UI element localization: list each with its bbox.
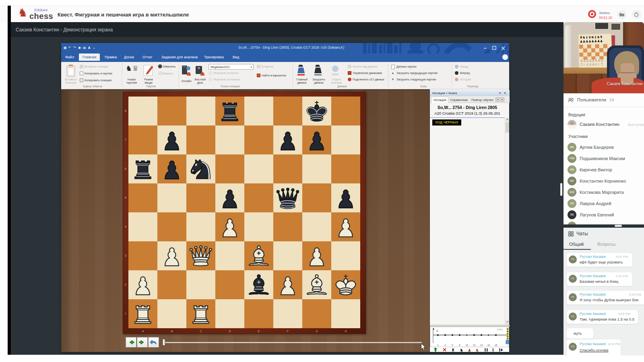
svg-text:18: 18 (495, 344, 497, 346)
svg-text:4: 4 (444, 344, 446, 346)
svg-text:↷: ↷ (73, 46, 76, 49)
svg-text:♟: ♟ (468, 348, 471, 352)
svg-text:♞: ♞ (460, 348, 463, 352)
svg-text:▦: ▦ (64, 46, 67, 49)
svg-text:▤: ▤ (83, 46, 86, 49)
svg-text:♜: ♜ (451, 348, 455, 352)
svg-text:10: 10 (466, 344, 469, 346)
svg-text:♟: ♟ (88, 46, 91, 49)
svg-text:12: 12 (473, 344, 476, 346)
svg-text:So,W... 10754 - Ding Liren (28: So,W... 10754 - Ding Liren (2805), Croat… (238, 45, 344, 49)
svg-text:♙: ♙ (436, 329, 438, 332)
svg-text:14: 14 (480, 344, 483, 346)
svg-text:⌄: ⌄ (93, 46, 95, 49)
svg-text:◉: ◉ (78, 46, 81, 49)
svg-text:8: 8 (459, 344, 460, 346)
svg-text:↶: ↶ (68, 46, 71, 49)
svg-text:♞: ♞ (475, 348, 479, 352)
svg-text:16: 16 (487, 344, 490, 346)
svg-text:100%: 100% (497, 328, 503, 331)
svg-text:2: 2 (437, 344, 439, 346)
svg-text:6: 6 (452, 344, 453, 346)
